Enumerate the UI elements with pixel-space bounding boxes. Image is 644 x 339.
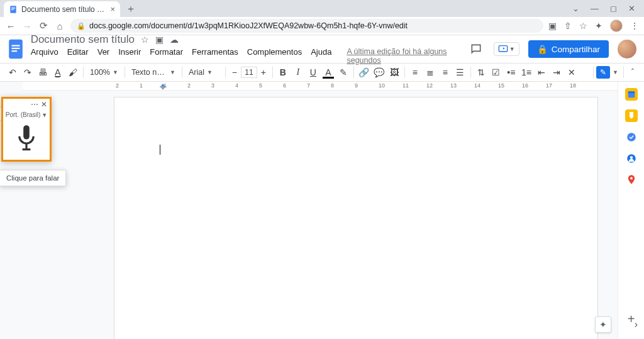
document-page[interactable] [114,97,598,339]
extensions-icon[interactable]: ✦ [595,21,602,31]
voice-more-icon[interactable]: ⋯ [31,100,38,109]
menu-bar: Arquivo Editar Ver Inserir Formatar Ferr… [31,47,461,65]
ruler-tick: 13 [450,82,457,89]
browser-tab[interactable]: Documento sem título - Docume × [4,1,120,17]
nav-home-icon[interactable]: ⌂ [54,21,65,31]
account-avatar[interactable] [618,40,636,58]
comments-icon[interactable] [467,40,485,58]
align-left-icon[interactable]: ≡ [408,65,423,80]
insert-image-icon[interactable]: 🖼 [387,65,402,80]
keep-icon[interactable] [625,109,638,122]
collapse-side-panel-icon[interactable]: › [635,319,638,330]
tab-title: Documento sem título - Docume [21,5,106,14]
insert-comment-icon[interactable]: 💬 [372,65,387,80]
profile-avatar[interactable] [610,19,623,32]
tasks-icon[interactable] [625,131,638,143]
browser-toolbar: ← → ⟳ ⌂ 🔒 docs.google.com/document/d/1w3… [0,17,644,35]
menu-ver[interactable]: Ver [97,47,110,65]
paint-format-icon[interactable]: 🖌 [65,65,80,80]
ruler-tick: 2 [116,82,119,89]
voice-language-select[interactable]: Port. (Brasil)▼ [6,111,47,118]
contacts-icon[interactable] [625,152,638,165]
voice-mic-button[interactable] [3,118,50,160]
menu-formatar[interactable]: Formatar [150,47,183,65]
line-spacing-icon[interactable]: ⇅ [474,65,489,80]
menu-editar[interactable]: Editar [67,47,89,65]
menu-arquivo[interactable]: Arquivo [31,47,58,65]
bulleted-list-icon[interactable]: •≡ [504,65,519,80]
ruler-tick: 3 [211,82,214,89]
voice-typing-panel: ⋯ ✕ Port. (Brasil)▼ [1,97,52,162]
window-close-icon[interactable]: ✕ [628,4,635,13]
window-minimize-icon[interactable]: — [591,4,599,13]
svg-point-17 [627,133,636,142]
share-button[interactable]: 🔒 Compartilhar [528,40,609,58]
font-size-decrease[interactable]: − [228,67,241,77]
checklist-icon[interactable]: ☑ [489,65,504,80]
svg-rect-7 [12,50,18,52]
underline-button[interactable]: U [306,65,321,80]
paragraph-style-select[interactable]: Texto norm…▼ [128,65,179,80]
url-text: docs.google.com/document/d/1w3pqM1RKiooJ… [89,21,408,30]
spellcheck-icon[interactable]: A̲ [50,65,65,80]
format-toolbar: ↶ ↷ 🖶 A̲ 🖌 100%▼ Texto norm…▼ Arial▼ − 1… [0,63,644,82]
menu-complementos[interactable]: Complementos [247,47,302,65]
align-justify-icon[interactable]: ☰ [453,65,468,80]
star-outline-icon[interactable]: ☆ [141,35,149,45]
numbered-list-icon[interactable]: 1≡ [519,65,534,80]
move-folder-icon[interactable]: ▣ [155,35,164,45]
svg-point-19 [630,156,633,159]
add-addon-icon[interactable]: + [628,312,635,326]
zoom-select[interactable]: 100%▼ [86,65,122,80]
window-maximize-icon[interactable]: ◻ [610,4,617,13]
italic-button[interactable]: I [291,65,306,80]
window-minimize-alt-icon[interactable]: ⌄ [572,4,579,13]
indent-increase-icon[interactable]: ⇥ [549,65,564,80]
ruler-tick: 11 [402,82,409,89]
last-edit-link[interactable]: A última edição foi há alguns segundos [347,47,460,65]
hide-menus-icon[interactable]: ˆ [626,68,639,77]
new-tab-button[interactable]: ＋ [124,2,138,16]
horizontal-ruler[interactable]: 21123456789101112131415161718 [23,82,618,91]
bold-button[interactable]: B [275,65,291,80]
menu-ferramentas[interactable]: Ferramentas [192,47,238,65]
align-center-icon[interactable]: ≣ [423,65,438,80]
cast-icon[interactable]: ▣ [548,21,557,31]
font-select[interactable]: Arial▼ [185,65,223,80]
font-size-input[interactable]: 11 [241,67,257,78]
tab-close-icon[interactable]: × [110,4,115,14]
indent-decrease-icon[interactable]: ⇤ [534,65,549,80]
font-size-increase[interactable]: + [257,67,270,77]
redo-icon[interactable]: ↷ [20,65,35,80]
cloud-status-icon: ☁ [170,35,179,45]
share-icon[interactable]: ⇧ [564,21,572,31]
nav-reload-icon[interactable]: ⟳ [38,20,49,31]
print-icon[interactable]: 🖶 [35,65,50,80]
address-bar[interactable]: 🔒 docs.google.com/document/d/1w3pqM1RKio… [70,19,543,33]
text-color-button[interactable]: A [321,65,336,80]
present-button[interactable]: ▼ [494,42,519,56]
menu-ajuda[interactable]: Ajuda [311,47,331,65]
ruler-tick: 17 [546,82,552,89]
star-icon[interactable]: ☆ [579,21,587,31]
ruler-tick: 18 [570,82,576,89]
browser-menu-icon[interactable]: ⋮ [630,21,639,31]
highlight-button[interactable]: ✎ [336,65,351,80]
nav-back-icon[interactable]: ← [5,21,16,31]
explore-button[interactable]: ✦ [595,316,611,333]
document-title[interactable]: Documento sem título [31,33,135,46]
maps-icon[interactable] [625,174,638,186]
ruler-tick: 6 [283,82,286,89]
voice-close-icon[interactable]: ✕ [41,100,47,109]
calendar-icon[interactable] [625,88,638,101]
clear-format-icon[interactable]: ✕ [564,65,579,80]
insert-link-icon[interactable]: 🔗 [357,65,372,80]
menu-inserir[interactable]: Inserir [118,47,141,65]
ruler-tick: 5 [259,82,262,89]
docs-logo-icon[interactable] [8,38,25,60]
undo-icon[interactable]: ↶ [5,65,20,80]
align-right-icon[interactable]: ≡ [438,65,453,80]
chevron-down-icon[interactable]: ▼ [613,69,618,75]
share-button-label: Compartilhar [552,45,600,54]
editing-mode-button[interactable]: ✎ [596,66,610,79]
